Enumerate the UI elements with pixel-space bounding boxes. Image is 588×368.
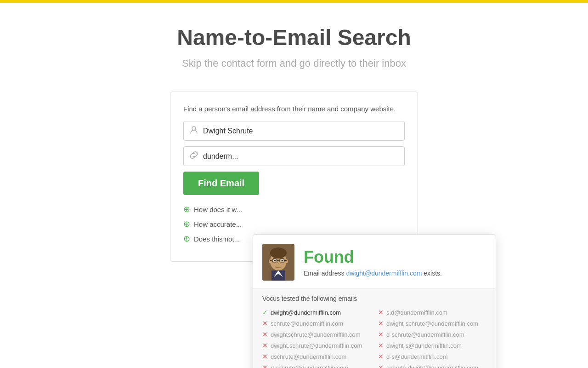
svg-rect-14 <box>280 258 284 259</box>
emails-grid: ✓dwight@dundermifflin.com✕s.d@dundermiff… <box>262 308 486 368</box>
email-address: dwight-schrute@dundermifflin.com <box>386 320 478 327</box>
desc-suffix: exists. <box>424 270 442 277</box>
email-row: ✕dwightschrute@dundermifflin.com <box>262 330 371 339</box>
check-icon: ✓ <box>262 309 268 316</box>
cross-icon: ✕ <box>262 342 268 349</box>
email-row: ✕dwight.schrute@dundermifflin.com <box>262 341 371 350</box>
email-address: d-s@dundermifflin.com <box>386 353 448 360</box>
link-icon <box>189 150 198 162</box>
email-address: dwightschrute@dundermifflin.com <box>271 331 361 338</box>
cross-icon: ✕ <box>262 353 268 360</box>
plus-icon-2: ⊕ <box>183 219 190 229</box>
email-address: dwight-s@dundermifflin.com <box>386 342 462 349</box>
page-subtitle: Skip the contact form and go directly to… <box>182 58 406 69</box>
company-input[interactable] <box>203 152 399 161</box>
email-row: ✓dwight@dundermifflin.com <box>262 308 371 317</box>
email-row: ✕d.schrute@dundermifflin.com <box>262 363 371 368</box>
result-popup: Found Email address dwight@dundermifflin… <box>253 234 496 368</box>
found-label: Found <box>304 247 442 267</box>
svg-point-11 <box>274 260 276 262</box>
find-email-button[interactable]: Find Email <box>183 172 259 195</box>
svg-point-0 <box>192 126 196 130</box>
email-row: ✕s.d@dundermifflin.com <box>378 308 486 317</box>
cross-icon: ✕ <box>378 331 384 338</box>
email-row: ✕d-s@dundermifflin.com <box>378 352 486 361</box>
svg-rect-13 <box>273 258 277 259</box>
svg-point-6 <box>270 247 287 259</box>
cross-icon: ✕ <box>262 320 268 327</box>
cross-icon: ✕ <box>378 353 384 360</box>
cross-icon: ✕ <box>262 331 268 338</box>
email-address: dwight@dundermifflin.com <box>271 309 341 316</box>
svg-point-12 <box>282 260 283 262</box>
svg-point-8 <box>285 259 288 263</box>
email-row: ✕dschrute@dundermifflin.com <box>262 352 371 361</box>
email-row: ✕dwight-s@dundermifflin.com <box>378 341 486 350</box>
email-row: ✕schrute-dwight@dundermifflin.com <box>378 363 486 368</box>
person-icon <box>189 125 198 137</box>
email-address: schrute@dundermifflin.com <box>271 320 343 327</box>
email-address: d-schrute@dundermifflin.com <box>386 331 464 338</box>
cross-icon: ✕ <box>378 364 384 368</box>
faq-label-1: How does it w... <box>194 206 242 213</box>
cross-icon: ✕ <box>378 342 384 349</box>
found-description: Email address dwight@dundermifflin.com e… <box>304 270 442 277</box>
desc-prefix: Email address <box>304 270 345 277</box>
result-header: Found Email address dwight@dundermifflin… <box>253 235 496 288</box>
name-input[interactable] <box>203 127 399 135</box>
page-content: Name-to-Email Search Skip the contact fo… <box>0 3 588 262</box>
email-address: dwight.schrute@dundermifflin.com <box>271 342 362 349</box>
found-email-link[interactable]: dwight@dundermifflin.com <box>346 270 422 277</box>
faq-item-1[interactable]: ⊕ How does it w... <box>183 204 405 214</box>
email-address: schrute-dwight@dundermifflin.com <box>386 364 478 368</box>
svg-point-7 <box>269 259 271 263</box>
email-row: ✕schrute@dundermifflin.com <box>262 319 371 328</box>
cross-icon: ✕ <box>378 309 384 316</box>
card-description: Find a person's email address from their… <box>183 105 405 113</box>
faq-label-3: Does this not... <box>194 235 240 243</box>
avatar <box>262 244 294 281</box>
result-info: Found Email address dwight@dundermifflin… <box>304 247 442 277</box>
cross-icon: ✕ <box>262 364 268 368</box>
emails-section: Vocus tested the following emails ✓dwigh… <box>253 288 496 368</box>
company-input-group <box>183 146 405 166</box>
emails-section-title: Vocus tested the following emails <box>262 295 486 302</box>
plus-icon-1: ⊕ <box>183 204 190 214</box>
name-input-group <box>183 121 405 141</box>
faq-label-2: How accurate... <box>194 220 242 228</box>
plus-icon-3: ⊕ <box>183 234 190 244</box>
main-wrapper: Find a person's email address from their… <box>0 92 588 262</box>
email-address: d.schrute@dundermifflin.com <box>271 364 348 368</box>
email-address: dschrute@dundermifflin.com <box>271 353 346 360</box>
email-address: s.d@dundermifflin.com <box>386 309 447 316</box>
page-title: Name-to-Email Search <box>177 25 411 50</box>
cross-icon: ✕ <box>378 320 384 327</box>
faq-item-2[interactable]: ⊕ How accurate... <box>183 219 405 229</box>
email-row: ✕d-schrute@dundermifflin.com <box>378 330 486 339</box>
email-row: ✕dwight-schrute@dundermifflin.com <box>378 319 486 328</box>
